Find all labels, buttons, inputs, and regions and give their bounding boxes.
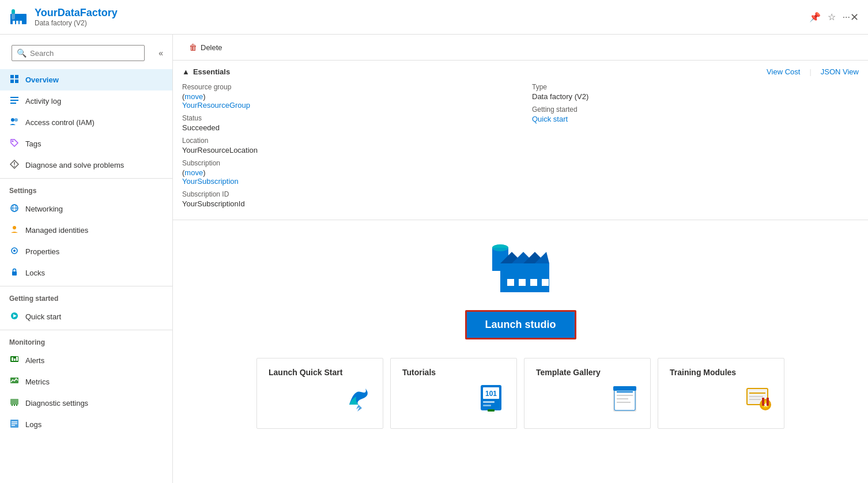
resource-group-link[interactable]: YourResourceGroup: [182, 101, 250, 110]
type-value: Data factory (V2): [532, 92, 859, 101]
main-layout: 🔍 « Overview Activity log: [0, 35, 868, 483]
subscription-id-value: YourSubscriptionId: [182, 199, 509, 208]
sidebar-item-properties[interactable]: Properties: [0, 241, 172, 262]
subscription-item: Subscription (move) YourSubscription: [182, 159, 509, 186]
location-item: Location YourResourceLocation: [182, 137, 509, 154]
card-training-modules[interactable]: Training Modules ★: [658, 358, 784, 429]
svg-rect-28: [12, 357, 13, 361]
essentials-right-column: Type Data factory (V2) Getting started Q…: [532, 83, 859, 213]
subscription-id-item: Subscription ID YourSubscriptionId: [182, 190, 509, 208]
sidebar-item-managed-identities[interactable]: Managed identities: [0, 220, 172, 241]
app-title: YourDataFactory: [35, 7, 800, 19]
managed-identities-label: Managed identities: [25, 226, 88, 235]
locks-icon: [9, 267, 20, 278]
subscription-link[interactable]: YourSubscription: [182, 177, 239, 186]
subscription-id-label: Subscription ID: [182, 190, 509, 198]
monitoring-section-label: Monitoring: [0, 330, 172, 350]
sidebar-item-logs[interactable]: Logs: [0, 414, 172, 435]
svg-rect-5: [12, 9, 15, 14]
svg-rect-11: [10, 100, 18, 101]
collapse-sidebar-button[interactable]: «: [154, 47, 168, 59]
essentials-divider: |: [809, 67, 811, 76]
diagnostic-settings-label: Diagnostic settings: [25, 399, 88, 407]
properties-label: Properties: [25, 247, 59, 256]
card-template-gallery[interactable]: Template Gallery: [524, 358, 651, 429]
delete-icon: 🗑: [189, 43, 197, 52]
card-training-modules-title: Training Modules: [670, 368, 736, 377]
card-launch-quick-start-title: Launch Quick Start: [269, 368, 342, 377]
delete-label: Delete: [201, 43, 222, 52]
svg-point-13: [11, 118, 14, 122]
view-cost-link[interactable]: View Cost: [767, 67, 800, 76]
svg-rect-1: [13, 21, 15, 24]
app-title-group: YourDataFactory Data factory (V2): [35, 7, 800, 27]
activity-log-label: Activity log: [25, 97, 61, 105]
metrics-label: Metrics: [25, 378, 50, 386]
subscription-move-link[interactable]: move: [184, 168, 203, 177]
svg-rect-57: [488, 409, 495, 412]
card-launch-quick-start[interactable]: Launch Quick Start: [256, 358, 383, 429]
svg-rect-10: [10, 97, 18, 98]
svg-rect-43: [500, 263, 549, 292]
svg-rect-72: [762, 398, 764, 406]
json-view-link[interactable]: JSON View: [821, 67, 859, 76]
sidebar-item-access-control[interactable]: Access control (IAM): [0, 112, 172, 133]
sidebar-item-networking[interactable]: Networking: [0, 198, 172, 220]
quick-start-link[interactable]: Quick start: [532, 115, 568, 123]
location-value: YourResourceLocation: [182, 146, 509, 154]
sidebar-item-activity-log[interactable]: Activity log: [0, 90, 172, 112]
diagnose-label: Diagnose and solve problems: [25, 161, 124, 169]
sidebar-item-metrics[interactable]: Metrics: [0, 371, 172, 393]
delete-button[interactable]: 🗑 Delete: [182, 39, 229, 55]
search-icon: 🔍: [17, 48, 27, 58]
networking-icon: [9, 203, 20, 214]
svg-rect-73: [767, 398, 769, 406]
networking-label: Networking: [25, 205, 63, 213]
subscription-value: (move) YourSubscription: [182, 168, 509, 186]
card-tutorials[interactable]: Tutorials 101: [390, 358, 517, 429]
card-launch-quick-start-icon: [344, 384, 371, 417]
more-options-icon[interactable]: ···: [843, 12, 850, 22]
search-bar[interactable]: 🔍: [12, 45, 145, 61]
pin-icon[interactable]: 📌: [809, 12, 821, 22]
launch-studio-button[interactable]: Launch studio: [465, 310, 576, 339]
search-input[interactable]: [30, 49, 139, 58]
sidebar-item-quick-start[interactable]: Quick start: [0, 306, 172, 327]
sidebar-item-diagnostic-settings[interactable]: Diagnostic settings: [0, 393, 172, 414]
getting-started-essentials-label: Getting started: [532, 105, 859, 114]
toolbar: 🗑 Delete: [173, 35, 868, 61]
sidebar-item-locks[interactable]: Locks: [0, 262, 172, 284]
essentials-title: ▲ Essentials: [182, 67, 230, 76]
essentials-collapse-icon[interactable]: ▲: [182, 67, 190, 76]
svg-rect-55: [483, 401, 495, 403]
overview-icon: [9, 74, 20, 85]
svg-point-42: [492, 244, 508, 251]
favorite-icon[interactable]: ☆: [828, 12, 836, 22]
svg-rect-32: [10, 399, 18, 405]
alerts-label: Alerts: [25, 356, 44, 365]
sidebar-item-overview[interactable]: Overview: [0, 69, 172, 90]
essentials-actions: View Cost | JSON View: [767, 67, 859, 76]
access-control-icon: [9, 117, 20, 128]
top-actions: 📌 ☆ ···: [809, 12, 850, 22]
managed-identities-icon: [9, 225, 20, 236]
svg-point-15: [12, 141, 14, 142]
svg-point-17: [14, 166, 15, 167]
svg-rect-7: [15, 75, 18, 78]
sidebar-item-diagnose[interactable]: Diagnose and solve problems: [0, 154, 172, 176]
resource-group-item: Resource group (move) YourResourceGroup: [182, 83, 509, 110]
sidebar-item-alerts[interactable]: Alerts: [0, 350, 172, 371]
svg-rect-48: [507, 279, 514, 286]
close-button[interactable]: ✕: [850, 11, 859, 24]
location-label: Location: [182, 137, 509, 145]
getting-started-item: Getting started Quick start: [532, 105, 859, 123]
sidebar-item-tags[interactable]: Tags: [0, 133, 172, 154]
svg-rect-64: [613, 386, 636, 391]
resource-group-move-link[interactable]: move: [184, 92, 203, 101]
card-template-gallery-icon: [611, 384, 639, 417]
svg-rect-6: [10, 75, 14, 78]
tags-label: Tags: [25, 139, 41, 148]
svg-rect-30: [16, 357, 18, 361]
resource-group-label: Resource group: [182, 83, 509, 91]
svg-rect-24: [12, 271, 17, 276]
